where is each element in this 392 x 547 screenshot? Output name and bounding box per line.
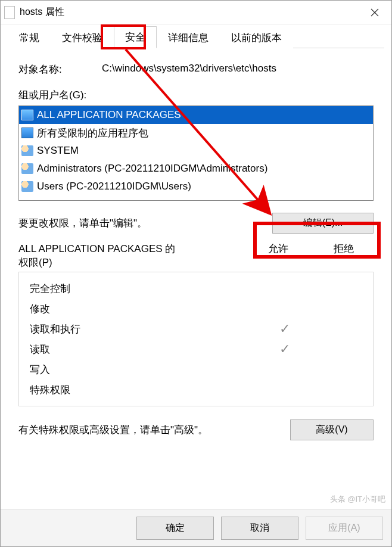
tab-details[interactable]: 详细信息	[157, 27, 220, 48]
edit-button[interactable]: 编辑(E)...	[272, 213, 374, 234]
list-item[interactable]: SYSTEM	[19, 142, 373, 160]
list-item[interactable]: 所有受限制的应用程序包	[19, 124, 373, 142]
object-name-label: 对象名称:	[18, 63, 102, 76]
close-button[interactable]	[362, 2, 388, 23]
list-item-label: 所有受限制的应用程序包	[37, 126, 148, 140]
list-item[interactable]: ALL APPLICATION PACKAGES	[19, 106, 373, 124]
perm-row: 读取 ✓	[30, 339, 362, 359]
tab-file-verify[interactable]: 文件校验	[51, 27, 114, 48]
perm-name: 特殊权限	[30, 383, 255, 397]
ok-button[interactable]: 确定	[136, 517, 214, 540]
apply-button: 应用(A)	[306, 517, 383, 540]
list-item-label: Administrators (PC-20211210IDGM\Administ…	[37, 163, 267, 175]
tab-security[interactable]: 安全	[114, 26, 157, 48]
users-icon	[21, 163, 33, 174]
advanced-hint-text: 有关特殊权限或高级设置，请单击"高级"。	[18, 423, 208, 437]
permissions-table: 完全控制 修改 读取和执行 ✓ 读取 ✓	[18, 272, 374, 406]
content-area: 常规 文件校验 安全 详细信息 以前的版本 对象名称: C:\windows\s…	[1, 24, 391, 440]
allow-header: 允许	[242, 242, 314, 269]
perm-row: 写入	[30, 359, 362, 380]
properties-window: hosts 属性 常规 文件校验 安全 详细信息 以前的版本 对象名称: C:\…	[0, 0, 392, 547]
list-item-label: SYSTEM	[37, 145, 79, 157]
groups-label: 组或用户名(G):	[18, 88, 374, 102]
list-item[interactable]: Administrators (PC-20211210IDGM\Administ…	[19, 160, 373, 178]
advanced-button[interactable]: 高级(V)	[290, 419, 374, 440]
cancel-button[interactable]: 取消	[221, 517, 298, 540]
permissions-header: ALL APPLICATION PACKAGES 的 权限(P)	[18, 242, 242, 269]
object-path: C:\windows\system32\drivers\etc\hosts	[102, 63, 374, 76]
perm-name: 读取	[30, 343, 255, 356]
tab-bar: 常规 文件校验 安全 详细信息 以前的版本	[8, 27, 384, 48]
perm-header-line1: ALL APPLICATION PACKAGES 的	[18, 242, 242, 256]
perm-row: 特殊权限	[30, 380, 362, 400]
list-item[interactable]: Users (PC-20211210IDGM\Users)	[19, 178, 373, 195]
dialog-footer: 确定 取消 应用(A)	[1, 509, 391, 546]
close-icon	[371, 8, 379, 17]
perm-row: 读取和执行 ✓	[30, 319, 362, 339]
users-icon	[21, 145, 33, 156]
perm-name: 修改	[30, 302, 255, 316]
perm-name: 完全控制	[30, 282, 255, 296]
perm-name: 写入	[30, 363, 255, 377]
window-title: hosts 属性	[20, 6, 362, 18]
titlebar: hosts 属性	[1, 1, 391, 24]
list-item-label: Users (PC-20211210IDGM\Users)	[37, 181, 191, 192]
perm-name: 读取和执行	[30, 322, 255, 336]
perm-row: 修改	[30, 299, 362, 319]
tab-previous[interactable]: 以前的版本	[220, 27, 293, 48]
users-icon	[21, 181, 33, 192]
watermark-text: 头条 @IT小哥吧	[330, 494, 385, 505]
list-item-label: ALL APPLICATION PACKAGES	[37, 109, 181, 121]
groups-listbox[interactable]: ALL APPLICATION PACKAGES 所有受限制的应用程序包 SYS…	[18, 105, 374, 201]
allow-check-icon: ✓	[255, 321, 315, 337]
edit-hint-text: 要更改权限，请单击"编辑"。	[18, 216, 147, 230]
perm-row: 完全控制	[30, 278, 362, 299]
tab-general[interactable]: 常规	[8, 27, 51, 48]
package-icon	[21, 110, 33, 120]
deny-header: 拒绝	[314, 242, 374, 269]
package-icon	[21, 128, 33, 138]
file-icon	[4, 6, 15, 19]
allow-check-icon: ✓	[255, 341, 315, 357]
perm-header-line2: 权限(P)	[18, 256, 242, 269]
security-panel: 对象名称: C:\windows\system32\drivers\etc\ho…	[8, 48, 384, 440]
